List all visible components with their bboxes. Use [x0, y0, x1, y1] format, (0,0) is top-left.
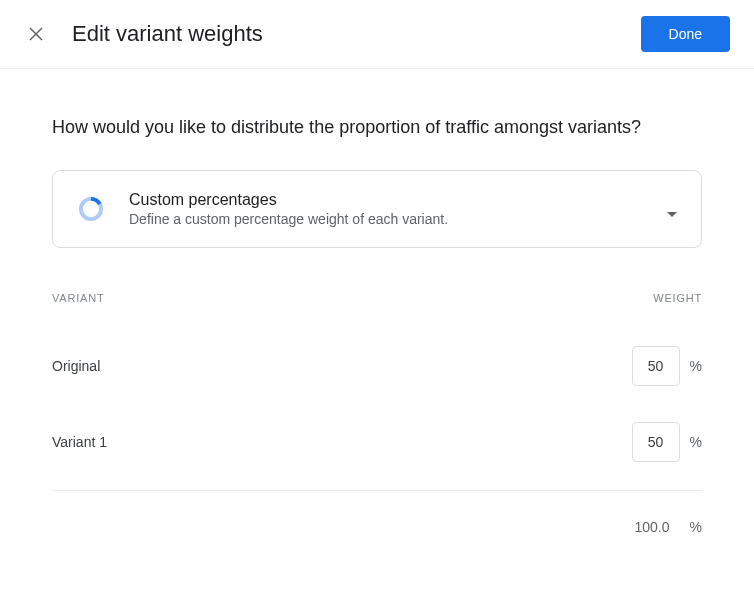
weight-cell: %	[632, 346, 702, 386]
chevron-down-icon	[667, 204, 677, 214]
total-row: 100.0 %	[52, 491, 702, 535]
selector-title: Custom percentages	[129, 191, 655, 209]
percent-label: %	[690, 434, 702, 450]
done-button[interactable]: Done	[641, 16, 730, 52]
dialog-title: Edit variant weights	[72, 21, 641, 47]
distribution-question: How would you like to distribute the pro…	[52, 117, 702, 138]
custom-percentages-icon	[77, 195, 105, 223]
total-value: 100.0	[635, 519, 670, 535]
dialog-content: How would you like to distribute the pro…	[0, 69, 754, 559]
weight-input[interactable]	[632, 422, 680, 462]
weight-input[interactable]	[632, 346, 680, 386]
variant-label: Original	[52, 358, 100, 374]
column-weight-label: Weight	[653, 292, 702, 304]
selector-text-block: Custom percentages Define a custom perce…	[129, 191, 655, 227]
dialog-header: Edit variant weights Done	[0, 0, 754, 69]
column-variant-label: Variant	[52, 292, 104, 304]
percent-label: %	[690, 358, 702, 374]
variant-label: Variant 1	[52, 434, 107, 450]
variant-table-header: Variant Weight	[52, 292, 702, 304]
percent-label: %	[690, 519, 702, 535]
variant-row: Original %	[52, 328, 702, 404]
close-button[interactable]	[24, 22, 48, 46]
weight-cell: %	[632, 422, 702, 462]
selector-description: Define a custom percentage weight of eac…	[129, 211, 655, 227]
close-icon	[27, 25, 45, 43]
distribution-selector[interactable]: Custom percentages Define a custom perce…	[52, 170, 702, 248]
variant-row: Variant 1 %	[52, 404, 702, 480]
